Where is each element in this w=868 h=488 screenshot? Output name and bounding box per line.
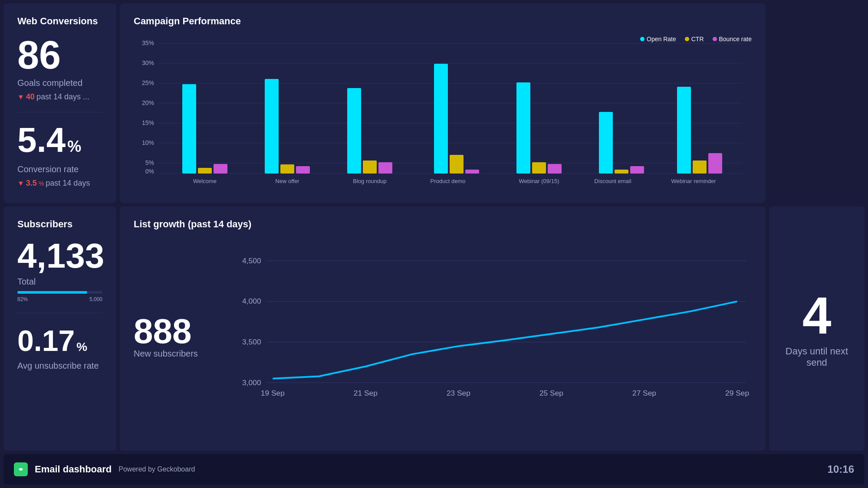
- svg-text:Welcome: Welcome: [193, 178, 217, 184]
- goals-label: Goals completed: [17, 78, 102, 88]
- svg-text:Webinar reminder: Webinar reminder: [671, 178, 716, 184]
- bar-welcome-open: [182, 84, 196, 174]
- bar-blog-open: [347, 88, 361, 174]
- down-arrow2-icon: ▼: [17, 180, 24, 187]
- progress-fill: [17, 291, 87, 294]
- bar-blog-ctr: [363, 160, 377, 174]
- bar-reminder-open: [677, 87, 691, 174]
- change1-value: 40: [26, 92, 35, 102]
- svg-text:Discount email: Discount email: [594, 178, 631, 184]
- chart-legend: Open Rate CTR Bounce rate: [640, 36, 752, 43]
- footer-powered: Powered by Geckoboard: [118, 465, 195, 473]
- change1-suffix: past 14 days ...: [36, 92, 89, 102]
- svg-text:21 Sep: 21 Sep: [354, 389, 378, 397]
- svg-text:19 Sep: 19 Sep: [261, 389, 285, 397]
- line-chart-polyline: [273, 301, 737, 379]
- svg-text:0%: 0%: [145, 168, 154, 175]
- svg-text:30%: 30%: [142, 59, 154, 66]
- svg-text:23 Sep: 23 Sep: [447, 389, 470, 397]
- svg-text:27 Sep: 27 Sep: [632, 389, 656, 397]
- bar-chart-svg: 35% 30% 25% 20% 15% 10% 5% 0%: [134, 36, 752, 192]
- web-conversions-number: 86: [17, 36, 102, 75]
- footer-time: 10:16: [828, 463, 854, 475]
- new-subscribers-label: New subscribers: [134, 349, 220, 359]
- campaign-performance-card: Campaign Performance Open Rate CTR Bounc…: [120, 3, 766, 203]
- unsubscribe-label: Avg unsubscribe rate: [17, 361, 102, 371]
- bar-newoffer-ctr: [280, 164, 294, 174]
- open-rate-dot: [640, 37, 644, 41]
- legend-open-rate: Open Rate: [640, 36, 676, 43]
- divider2: [17, 313, 102, 313]
- svg-text:3,500: 3,500: [242, 337, 261, 346]
- bar-webinar-open: [516, 82, 530, 174]
- campaign-chart: Open Rate CTR Bounce rate 35% 30% 25% 20…: [134, 36, 752, 192]
- svg-text:25%: 25%: [142, 79, 154, 86]
- days-until-card: 4 Days until next send: [769, 206, 865, 451]
- svg-text:10%: 10%: [142, 139, 154, 146]
- bar-webinar-ctr: [532, 162, 546, 174]
- bounce-label: Bounce rate: [719, 36, 752, 43]
- conversion-rate-label: Conversion rate: [17, 164, 102, 174]
- footer-title: Email dashboard: [35, 464, 112, 475]
- svg-text:Webinar (09/15): Webinar (09/15): [519, 178, 559, 184]
- percent3: %: [76, 340, 87, 354]
- progress-max: 5,000: [89, 296, 102, 302]
- progress-labels: 82% 5,000: [17, 296, 102, 302]
- subscribers-total: 4,133: [17, 239, 102, 273]
- progress-bar: [17, 291, 102, 294]
- svg-text:35%: 35%: [142, 39, 154, 46]
- bar-newoffer-bounce: [296, 166, 310, 174]
- change2-suffix: past 14 days: [46, 179, 90, 188]
- unsubscribe-number: 0.17: [17, 324, 75, 357]
- bar-welcome-bounce: [214, 164, 227, 174]
- progress-percent: 82%: [17, 296, 28, 302]
- bar-newoffer-open: [265, 79, 279, 174]
- subscribers-title: Subscribers: [17, 219, 102, 230]
- bar-product-open: [434, 64, 448, 174]
- footer: Email dashboard Powered by Geckoboard 10…: [3, 454, 865, 485]
- new-subscribers-section: 888 New subscribers: [134, 239, 220, 439]
- web-conversions-card: Web Conversions 86 Goals completed ▼ 40 …: [3, 3, 116, 203]
- legend-bounce: Bounce rate: [713, 36, 752, 43]
- divider: [17, 112, 102, 112]
- change2-value: 3.5: [26, 179, 37, 188]
- percent-sign: %: [67, 138, 81, 156]
- svg-text:Blog roundup: Blog roundup: [353, 178, 386, 184]
- bounce-dot: [713, 37, 717, 41]
- footer-left: Email dashboard Powered by Geckoboard: [14, 462, 195, 476]
- bar-welcome-ctr: [198, 168, 212, 174]
- days-number: 4: [802, 289, 832, 341]
- bar-product-ctr: [450, 155, 464, 174]
- svg-text:New offer: New offer: [275, 178, 299, 184]
- bar-discount-open: [599, 112, 613, 174]
- new-subscribers-number: 888: [134, 314, 220, 349]
- geckoboard-logo-icon: [16, 465, 26, 474]
- conversion-change: ▼ 3.5 % past 14 days: [17, 179, 102, 188]
- bar-discount-bounce: [630, 166, 644, 174]
- days-label: Days until next send: [783, 346, 851, 368]
- bar-blog-bounce: [378, 162, 392, 174]
- bar-discount-ctr: [615, 170, 628, 174]
- ctr-dot: [685, 37, 689, 41]
- bar-webinar-bounce: [548, 164, 562, 174]
- svg-text:20%: 20%: [142, 99, 154, 106]
- bar-reminder-ctr: [693, 160, 707, 174]
- svg-text:4,000: 4,000: [242, 297, 261, 305]
- list-growth-content: 888 New subscribers 4,500 4,000 3,500 3,…: [134, 239, 752, 439]
- svg-text:29 Sep: 29 Sep: [725, 389, 749, 397]
- web-conversions-title: Web Conversions: [17, 16, 102, 27]
- ctr-label: CTR: [691, 36, 704, 43]
- svg-text:Product demo: Product demo: [431, 178, 466, 184]
- bar-reminder-bounce: [708, 153, 722, 174]
- dashboard: Web Conversions 86 Goals completed ▼ 40 …: [0, 0, 868, 488]
- bar-product-bounce: [465, 170, 479, 174]
- svg-text:5%: 5%: [145, 159, 154, 166]
- legend-ctr: CTR: [685, 36, 704, 43]
- list-growth-title: List growth (past 14 days): [134, 219, 752, 230]
- campaign-title: Campaign Performance: [134, 16, 752, 27]
- down-arrow-icon: ▼: [17, 93, 24, 101]
- goals-change: ▼ 40 past 14 days ...: [17, 92, 102, 102]
- svg-text:3,000: 3,000: [242, 378, 261, 387]
- footer-logo: [14, 462, 28, 476]
- svg-text:4,500: 4,500: [242, 256, 261, 265]
